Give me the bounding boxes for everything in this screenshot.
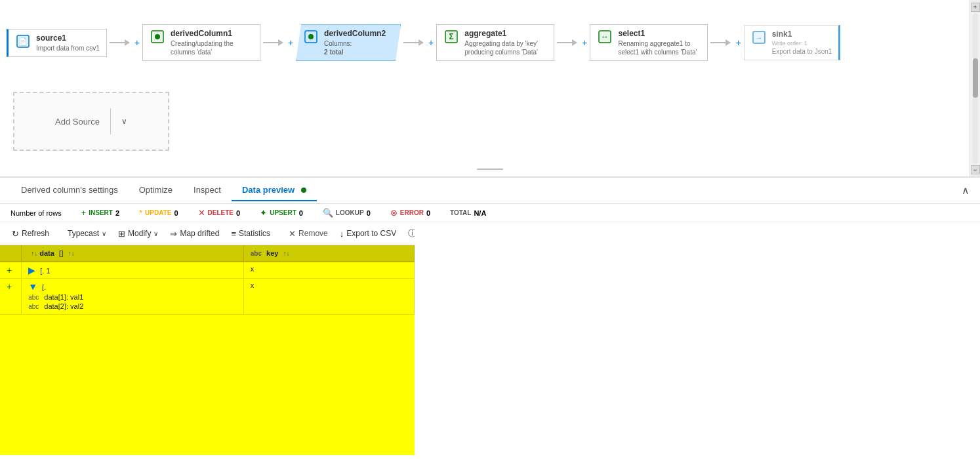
node-select1[interactable]: ↔ select1 Renaming aggregate1 to select1…: [590, 24, 708, 61]
typecast-label: Typecast: [68, 229, 99, 238]
scrollbar-track: [973, 13, 978, 164]
node-dc1-desc: Creating/updating the columns 'data': [171, 39, 253, 56]
tab-active-dot: [301, 188, 306, 193]
resize-handle[interactable]: [477, 169, 503, 170]
modify-icon: ⊞: [118, 229, 125, 239]
row2-add[interactable]: +: [0, 279, 22, 315]
connector-0: [107, 42, 132, 43]
node-aggregate1[interactable]: Σ aggregate1 Aggregating data by 'key' p…: [436, 24, 554, 61]
scrollbar-thumb[interactable]: [973, 58, 978, 98]
refresh-button[interactable]: ↻ Refresh: [7, 226, 54, 241]
delete-label: DELETE: [208, 209, 234, 216]
svg-point-5: [308, 34, 314, 39]
pipeline-scrollbar[interactable]: + −: [970, 0, 980, 177]
node-derivedcolumn1[interactable]: derivedColumn1 Creating/updating the col…: [142, 24, 260, 61]
node-sel1-title: select1: [618, 29, 701, 38]
map-drifted-label: Map drifted: [180, 229, 219, 238]
data-right-area: [415, 222, 980, 455]
row2-key-value: x: [251, 281, 255, 289]
node-derivedcolumn2[interactable]: derivedColumn2 Columns: 2 total: [296, 24, 401, 61]
modify-button[interactable]: ⊞ Modify ∨: [113, 226, 163, 241]
refresh-icon: ↻: [12, 229, 19, 239]
node-source1[interactable]: 📄 source1 Import data from csv1: [7, 29, 107, 57]
row1-add[interactable]: +: [0, 262, 22, 279]
map-drifted-icon: ⇒: [170, 229, 177, 239]
export-csv-icon: ↓: [340, 229, 344, 239]
statistics-button[interactable]: ≡ Statistics: [226, 226, 276, 241]
data-table: ↑↓ data [] ↑↓ abc key ↑↓: [0, 245, 415, 315]
node-dc2-subdesc: Columns:: [324, 39, 386, 48]
update-label: UPDATE: [145, 209, 171, 216]
upsert-label: UPSERT: [270, 209, 296, 216]
lookup-label: LOOKUP: [336, 209, 364, 216]
row1-data-value: [. 1: [40, 267, 50, 275]
node-sink1-title: sink1: [772, 30, 832, 39]
tab-settings[interactable]: Derived column's settings: [10, 180, 129, 201]
node-dc2-title: derivedColumn2: [324, 29, 386, 38]
map-drifted-button[interactable]: ⇒ Map drifted: [165, 226, 224, 241]
tab-optimize[interactable]: Optimize: [129, 180, 183, 201]
key-col-sort[interactable]: ↑↓: [283, 250, 290, 257]
data-toolbar: ↻ Refresh Typecast ∨ ⊞ Modify ∨ ⇒ Map dr…: [0, 222, 415, 245]
plus-1[interactable]: +: [285, 37, 296, 48]
total-label: TOTAL: [450, 209, 471, 216]
data-left-col: ↻ Refresh Typecast ∨ ⊞ Modify ∨ ⇒ Map dr…: [0, 222, 415, 455]
col-header-expand: [0, 245, 22, 262]
data-col-sort-up[interactable]: ↑↓: [31, 250, 37, 257]
export-csv-label: Export to CSV: [346, 229, 396, 238]
node-sel1-desc: Renaming aggregate1 to select1 with colu…: [618, 39, 701, 56]
connector-2: [401, 42, 426, 43]
data-col-sort-down[interactable]: ↑↓: [68, 250, 75, 257]
connector-3: [554, 42, 579, 43]
data-col-type: []: [59, 250, 64, 257]
row1-key-col: x: [243, 262, 414, 279]
lookup-value: 0: [367, 209, 371, 217]
bottom-panel: Derived column's settings Optimize Inspe…: [0, 177, 980, 459]
expand-icon[interactable]: ▶: [28, 265, 35, 275]
statistics-label: Statistics: [239, 229, 270, 238]
add-source-area: Add Source ∨: [13, 92, 169, 151]
export-csv-button[interactable]: ↓ Export to CSV: [335, 226, 402, 241]
collapse-panel-button[interactable]: ∧: [962, 184, 970, 197]
row2-key-col: x: [243, 279, 414, 315]
remove-icon: ✕: [289, 229, 296, 239]
select1-icon: ↔: [597, 29, 613, 45]
add-source-chevron[interactable]: ∨: [111, 111, 138, 131]
tab-data-preview[interactable]: Data preview: [232, 180, 317, 201]
expand-icon[interactable]: ▼: [28, 281, 37, 292]
connector-4: [708, 42, 733, 43]
upsert-icon: ✦: [260, 208, 267, 218]
col-header-data[interactable]: ↑↓ data [] ↑↓: [22, 245, 244, 262]
delete-icon: ✕: [198, 208, 205, 218]
node-sink1[interactable]: → sink1 Write order: 1 Export data to Js…: [744, 25, 841, 61]
plus-0[interactable]: +: [132, 37, 142, 48]
row2-sub-item-2: abc data[2]: val2: [28, 302, 237, 310]
plus-icon: +: [7, 265, 12, 275]
insert-icon: +: [81, 208, 87, 218]
add-source-button[interactable]: Add Source: [45, 111, 110, 132]
col-header-key[interactable]: abc key ↑↓: [243, 245, 414, 262]
data-table-area: ↑↓ data [] ↑↓ abc key ↑↓: [0, 245, 415, 455]
key-col-type: abc: [251, 250, 262, 257]
remove-button[interactable]: ✕ Remove: [283, 226, 333, 241]
aggregate1-icon: Σ: [443, 29, 459, 45]
plus-4[interactable]: +: [733, 37, 743, 48]
connector-1: [260, 42, 285, 43]
chevron-down-icon: ∨: [121, 117, 127, 126]
table-row: + ▶ [. 1 x: [0, 262, 415, 279]
pipeline-area: 📄 source1 Import data from csv1 +: [0, 0, 980, 177]
rows-label-text: Number of rows: [10, 209, 62, 217]
plus-3[interactable]: +: [579, 37, 590, 48]
pipeline-nodes: 📄 source1 Import data from csv1 +: [0, 0, 980, 85]
update-value: 0: [174, 209, 178, 217]
scroll-up-btn[interactable]: +: [971, 3, 980, 12]
scroll-down-btn[interactable]: −: [971, 165, 980, 174]
typecast-button[interactable]: Typecast ∨: [62, 226, 112, 241]
tab-inspect[interactable]: Inspect: [183, 180, 232, 201]
plus-2[interactable]: +: [426, 37, 436, 48]
update-icon: *: [139, 208, 142, 218]
delete-value: 0: [236, 209, 240, 217]
total-value: N/A: [474, 209, 486, 217]
stat-error: ⊗ ERROR 0: [390, 208, 430, 218]
typecast-chevron-icon: ∨: [102, 230, 106, 237]
